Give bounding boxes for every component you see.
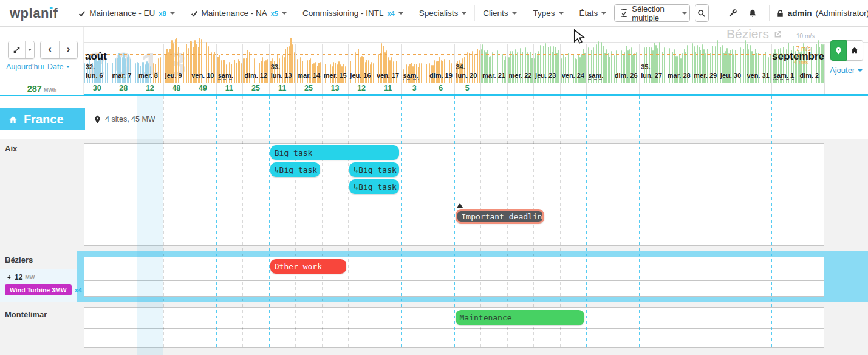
lock-icon	[776, 9, 784, 18]
wind-bar	[117, 58, 118, 84]
menu-maintenance-eu[interactable]: Maintenance - EUx8	[70, 0, 182, 27]
wind-bar	[297, 59, 298, 84]
day-label: ven. 24	[562, 72, 584, 79]
daily-energy-value: 6	[428, 83, 454, 93]
big-task-bar[interactable]: Big task	[270, 145, 400, 160]
bell-icon[interactable]	[748, 9, 757, 18]
wind-bar	[294, 52, 295, 83]
wind-bar	[584, 53, 586, 83]
daily-energy-value: 11	[375, 83, 402, 93]
other-work-bar[interactable]: Other work	[270, 259, 347, 274]
important-deadline-bar[interactable]: Important deadline	[456, 209, 544, 224]
wind-bar	[157, 58, 158, 83]
multi-select-button[interactable]: Sélection multiple	[614, 4, 689, 22]
user-menu[interactable]: admin (Administrator)	[776, 9, 868, 18]
wind-bar	[160, 57, 161, 83]
app-logo[interactable]: wplanıf	[0, 0, 70, 26]
wind-bar	[567, 58, 568, 84]
day-label: mer. 22	[509, 72, 532, 79]
today-link[interactable]: Aujourd'hui	[6, 63, 44, 71]
divider	[769, 5, 770, 21]
map-pin-button[interactable]	[830, 40, 847, 61]
big-task-sub-3-bar[interactable]: ↳Big task	[349, 179, 399, 194]
wind-bar	[115, 58, 117, 83]
wind-bar	[466, 58, 467, 83]
maintenance-bar[interactable]: Maintenance	[456, 310, 585, 325]
wind-bar	[125, 58, 126, 83]
wind-bar	[234, 60, 236, 83]
week-number: 32.	[86, 63, 95, 71]
external-link-icon[interactable]	[774, 30, 782, 38]
weekend-gridline	[269, 96, 270, 347]
daily-energy-value: 48	[163, 83, 190, 93]
menu-count-badge: x8	[159, 10, 166, 17]
menu-etats[interactable]: États	[572, 0, 615, 27]
wind-bar	[388, 57, 389, 83]
menu-commissioning-intl[interactable]: Commissioning - INTLx4	[295, 0, 411, 27]
wind-bar	[244, 58, 245, 84]
wind-bar	[246, 58, 247, 83]
wind-bar	[130, 59, 131, 83]
navbar-right: Sélection multiple admin (Administrator)	[614, 0, 868, 26]
site-label-montelimar[interactable]: Montélimar	[5, 310, 47, 319]
header-day-separator	[639, 44, 640, 94]
add-label: Ajouter	[830, 66, 855, 75]
wind-bar	[556, 53, 558, 83]
wind-bar	[306, 56, 307, 83]
expand-range-button[interactable]	[9, 41, 25, 58]
scroll-button-group: ‹ ›	[40, 41, 78, 59]
wind-bar	[377, 57, 378, 83]
logo-text: wplan	[10, 5, 49, 21]
wind-bar	[742, 47, 743, 84]
header-day-separator	[560, 44, 561, 94]
site-label-aix[interactable]: Aix	[5, 144, 17, 153]
total-energy-unit: MWh	[44, 87, 57, 93]
country-row-france[interactable]: France	[0, 108, 85, 130]
wind-bar	[262, 57, 264, 83]
wind-bar	[391, 57, 392, 83]
wind-bar	[122, 57, 123, 84]
date-link[interactable]: Date	[47, 63, 70, 71]
menu-clients[interactable]: Clients	[475, 0, 524, 27]
header-day-separator	[586, 44, 587, 94]
big-task-sub-2-bar[interactable]: ↳Big task	[349, 162, 399, 177]
day-label: mar. 7	[112, 72, 132, 79]
wind-bar	[279, 58, 280, 83]
weekend-gridline	[639, 96, 640, 347]
wrench-icon[interactable]	[728, 9, 737, 18]
weekend-gridline	[771, 96, 772, 347]
header-day-separator	[692, 44, 692, 94]
daily-energy-value: 5	[454, 83, 481, 93]
wind-bar	[620, 56, 621, 83]
wind-bar	[135, 63, 136, 83]
day-gridline	[375, 96, 375, 347]
add-button[interactable]: Ajouter	[830, 66, 863, 75]
wind-bar	[675, 56, 677, 83]
wind-bar	[284, 57, 285, 83]
site-label-beziers[interactable]: Béziers	[5, 255, 33, 264]
wind-bar	[499, 56, 500, 83]
zoom-caret-button[interactable]	[25, 41, 34, 58]
day-label: sam. 1	[773, 72, 794, 80]
scroll-left-button[interactable]: ‹	[41, 41, 59, 58]
scroll-right-button[interactable]: ›	[59, 41, 77, 58]
wind-bar	[107, 63, 108, 83]
multi-select-caret[interactable]	[680, 5, 689, 21]
menu-specialists[interactable]: Specialists	[411, 0, 475, 27]
day-gridline	[242, 96, 243, 347]
home-view-button[interactable]	[847, 40, 863, 61]
search-button[interactable]	[695, 4, 709, 22]
mouse-cursor	[573, 29, 586, 44]
day-label: mer. 15	[324, 72, 347, 79]
wind-bar	[476, 56, 477, 83]
menu-label: Specialists	[419, 9, 459, 18]
chevron-down-icon	[512, 12, 517, 15]
country-summary: 4 sites, 45 MW	[94, 115, 155, 123]
daily-energy-value: 13	[322, 83, 349, 93]
day-label: jeu. 23	[535, 72, 556, 79]
day-label: dim. 19	[429, 72, 453, 79]
menu-types[interactable]: Types	[525, 0, 572, 27]
big-task-sub-1-bar[interactable]: ↳Big task	[270, 162, 320, 177]
week-number: 35.	[641, 63, 650, 71]
menu-maintenance-na[interactable]: Maintenance - NAx5	[183, 0, 295, 27]
